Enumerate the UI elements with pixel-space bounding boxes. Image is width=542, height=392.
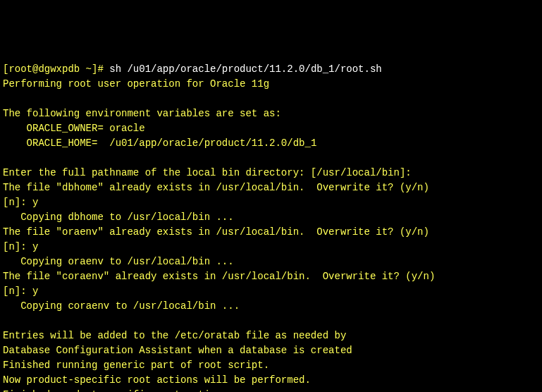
output-line: Enter the full pathname of the local bin… bbox=[3, 166, 539, 180]
terminal-output[interactable]: [root@dgwxpdb ~]# sh /u01/app/oracle/pro… bbox=[3, 62, 539, 392]
output-line: Entries will be added to the /etc/oratab… bbox=[3, 329, 539, 343]
output-line: [n]: y bbox=[3, 195, 539, 210]
command-text: sh /u01/app/oracle/product/11.2.0/db_1/r… bbox=[109, 63, 381, 75]
output-line: Copying oraenv to /usr/local/bin ... bbox=[3, 255, 539, 269]
output-line: Now product-specific root actions will b… bbox=[3, 373, 539, 388]
output-line: The file "oraenv" already exists in /usr… bbox=[3, 225, 539, 240]
output-line bbox=[3, 151, 539, 166]
output-line: ORACLE_HOME= /u01/app/oracle/product/11.… bbox=[3, 136, 539, 151]
output-line: Finished product-specific root actions. bbox=[3, 388, 539, 392]
output-line bbox=[3, 92, 539, 106]
output-line: Performing root user operation for Oracl… bbox=[3, 77, 539, 92]
output-line bbox=[3, 314, 539, 329]
prompt-line-1: [root@dgwxpdb ~]# sh /u01/app/oracle/pro… bbox=[3, 62, 539, 77]
output-line: The following environment variables are … bbox=[3, 106, 539, 121]
output-line: [n]: y bbox=[3, 284, 539, 299]
output-line: Copying dbhome to /usr/local/bin ... bbox=[3, 210, 539, 225]
output-line: [n]: y bbox=[3, 240, 539, 255]
output-line: Finished running generic part of root sc… bbox=[3, 358, 539, 373]
output-line: The file "coraenv" already exists in /us… bbox=[3, 269, 539, 284]
output-line: The file "dbhome" already exists in /usr… bbox=[3, 180, 539, 195]
output-line: ORACLE_OWNER= oracle bbox=[3, 121, 539, 136]
prompt-text: [root@dgwxpdb ~]# bbox=[3, 63, 109, 75]
output-line: Copying coraenv to /usr/local/bin ... bbox=[3, 299, 539, 314]
output-line: Database Configuration Assistant when a … bbox=[3, 343, 539, 358]
